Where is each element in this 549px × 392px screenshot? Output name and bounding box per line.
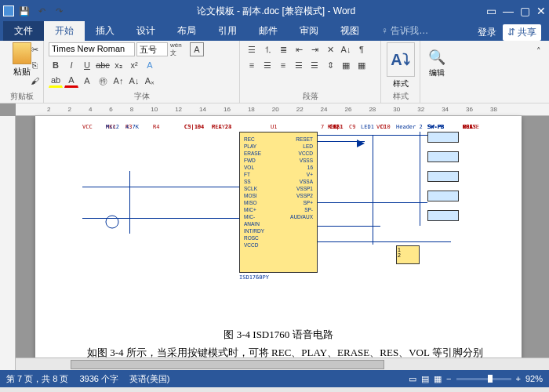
tab-design[interactable]: 设计 — [125, 21, 166, 41]
show-marks-icon[interactable]: ¶ — [354, 42, 369, 56]
sort-icon[interactable]: A↓ — [339, 42, 353, 56]
undo-icon[interactable]: ↶ — [35, 4, 49, 18]
title-bar: 💾 ↶ ↷ 论文模板 - 副本.doc [兼容模式] - Word ▭ — ▢ … — [0, 0, 549, 22]
group-label-clipboard: 剪贴板 — [0, 91, 43, 102]
format-painter-icon[interactable]: 🖌 — [27, 74, 42, 88]
tell-me[interactable]: ♀ 告诉我… — [370, 21, 439, 41]
subscript-button[interactable]: x₂ — [111, 58, 125, 72]
tab-home[interactable]: 开始 — [44, 21, 85, 41]
superscript-button[interactable]: x² — [127, 58, 141, 72]
char-shading-icon[interactable]: A — [80, 74, 94, 88]
decrease-font-icon[interactable]: A↓ — [127, 74, 141, 88]
ribbon: 粘贴 ✂ ⎘ 🖌 剪贴板 Times New Roman 五号 wén 文 A … — [0, 41, 549, 103]
scroll-thumb[interactable] — [71, 360, 384, 369]
print-layout-icon[interactable]: ▤ — [421, 374, 429, 384]
ribbon-tabs: 文件 开始 插入 设计 布局 引用 邮件 审阅 视图 ♀ 告诉我… 登录 ⇵ 共… — [0, 22, 549, 41]
bold-button[interactable]: B — [49, 58, 63, 72]
share-button[interactable]: ⇵ 共享 — [503, 24, 541, 41]
chip-name: ISD1760PY — [239, 274, 269, 281]
strike-button[interactable]: abc — [96, 58, 110, 72]
document-area: 22468101214161820222426283032343638 RECP… — [0, 103, 549, 370]
tab-references[interactable]: 引用 — [207, 21, 248, 41]
italic-button[interactable]: I — [64, 58, 78, 72]
btn-play — [427, 151, 459, 162]
btn-rec — [427, 132, 459, 143]
status-bar: 第 7 页，共 8 页 3936 个字 英语(美国) ▭ ▤ ▦ − + 92% — [0, 370, 549, 387]
svg-point-0 — [106, 216, 118, 228]
align-justify-icon[interactable]: ☰ — [292, 58, 306, 72]
ribbon-options-icon[interactable]: ▭ — [486, 5, 496, 17]
minimize-icon[interactable]: — — [503, 5, 514, 17]
font-size-select[interactable]: 五号 — [136, 42, 168, 56]
group-label-font: 字体 — [44, 91, 239, 102]
tab-layout[interactable]: 布局 — [166, 21, 207, 41]
tab-insert[interactable]: 插入 — [85, 21, 125, 41]
shading-icon[interactable]: ▦ — [339, 58, 353, 72]
maximize-icon[interactable]: ▢ — [520, 5, 530, 17]
multilevel-icon[interactable]: ≣ — [276, 42, 290, 56]
app-icon — [3, 5, 14, 16]
horizontal-ruler[interactable]: 22468101214161820222426283032343638 — [16, 103, 549, 116]
increase-font-icon[interactable]: A↑ — [111, 74, 125, 88]
line-spacing-icon[interactable]: ⇕ — [323, 58, 337, 72]
btn-erase — [427, 171, 459, 182]
zoom-out-icon[interactable]: − — [446, 374, 451, 383]
lbl-vol: VOL — [463, 124, 473, 130]
clear-format-icon[interactable]: Aₓ — [143, 74, 157, 88]
char-border-icon[interactable]: A — [190, 42, 204, 56]
font-family-select[interactable]: Times New Roman — [49, 42, 135, 56]
word-count[interactable]: 3936 个字 — [79, 373, 118, 385]
vertical-ruler[interactable] — [0, 116, 16, 370]
text-effects-icon[interactable]: A — [143, 58, 157, 72]
tab-view[interactable]: 视图 — [329, 21, 370, 41]
horizontal-scrollbar[interactable] — [16, 358, 549, 370]
redo-icon[interactable]: ↷ — [52, 4, 66, 18]
close-icon[interactable]: ✕ — [536, 5, 546, 17]
bullets-icon[interactable]: ☰ — [245, 42, 259, 56]
zoom-in-icon[interactable]: + — [516, 374, 521, 383]
read-mode-icon[interactable]: ▭ — [409, 374, 416, 384]
align-left-icon[interactable]: ≡ — [245, 58, 259, 72]
phonetic-icon[interactable]: wén 文 — [169, 42, 188, 56]
indent-inc-icon[interactable]: ⇥ — [307, 42, 322, 56]
styles-button[interactable]: A⤵ — [387, 42, 415, 77]
indent-dec-icon[interactable]: ⇤ — [292, 42, 306, 56]
tab-review[interactable]: 审阅 — [289, 21, 329, 41]
circuit-schematic: RECPLAYERASEFWDVOLFTSSSCLKMOSIMISOMIC+MI… — [82, 124, 474, 320]
document-page[interactable]: RECPLAYERASEFWDVOLFTSSSCLKMOSIMISOMIC+MI… — [35, 116, 522, 370]
window-title: 论文模板 - 副本.doc [兼容模式] - Word — [66, 5, 486, 18]
btn-res — [427, 191, 459, 201]
borders-icon[interactable]: ▦ — [354, 58, 369, 72]
language-indicator[interactable]: 英语(美国) — [129, 373, 169, 385]
asian-layout-icon[interactable]: ✕ — [323, 42, 337, 56]
find-icon[interactable]: 🔍 — [428, 49, 445, 66]
align-right-icon[interactable]: ≡ — [276, 58, 290, 72]
font-color-icon[interactable]: A — [64, 74, 78, 88]
figure-caption: 图 3-4 ISD1760 语音电路 — [35, 328, 522, 342]
save-icon[interactable]: 💾 — [17, 4, 31, 18]
cut-icon[interactable]: ✂ — [27, 42, 42, 56]
header-connector: 1 2 — [396, 245, 420, 264]
tab-mailings[interactable]: 邮件 — [248, 21, 289, 41]
group-label-styles: 样式 — [381, 91, 420, 102]
svg-marker-1 — [357, 140, 365, 147]
align-distribute-icon[interactable]: ☰ — [307, 58, 322, 72]
underline-button[interactable]: U — [80, 58, 94, 72]
editing-label: 编辑 — [429, 67, 445, 78]
lbl-vcc: VCC — [82, 124, 93, 130]
page-indicator[interactable]: 第 7 页，共 8 页 — [6, 373, 68, 385]
zoom-level[interactable]: 92% — [525, 374, 543, 383]
group-label-para: 段落 — [240, 91, 380, 102]
enclose-icon[interactable]: ㊕ — [96, 74, 110, 88]
align-center-icon[interactable]: ☰ — [260, 58, 274, 72]
styles-label: 样式 — [393, 78, 409, 89]
label-u1: U1 — [271, 124, 277, 130]
copy-icon[interactable]: ⎘ — [27, 58, 42, 72]
login-link[interactable]: 登录 — [478, 26, 496, 39]
zoom-slider[interactable] — [456, 378, 511, 380]
tab-file[interactable]: 文件 — [3, 21, 44, 41]
numbering-icon[interactable]: ⒈ — [260, 42, 274, 56]
web-layout-icon[interactable]: ▦ — [434, 374, 442, 384]
highlight-icon[interactable]: ab — [49, 74, 63, 88]
collapse-ribbon-icon[interactable]: ˄ — [532, 44, 546, 58]
